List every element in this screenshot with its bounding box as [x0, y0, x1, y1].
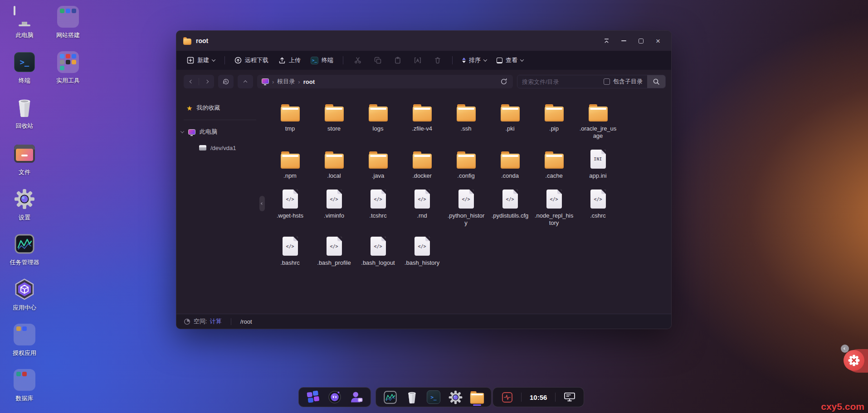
desktop-icon-this-pc[interactable]: 此电脑: [5, 5, 44, 39]
file-item[interactable]: </> .tcshrc: [356, 188, 400, 227]
file-item[interactable]: .config: [444, 148, 488, 180]
sidebar-item-this-pc[interactable]: 此电脑: [176, 124, 263, 140]
history-nav-group: [184, 75, 214, 88]
utility-tools-icon: [57, 51, 79, 73]
taskbar-file-manager-button[interactable]: [468, 389, 487, 406]
floating-assist-widget[interactable]: [842, 347, 868, 374]
file-item[interactable]: .cache: [532, 148, 576, 180]
include-subdir-checkbox[interactable]: [604, 78, 610, 85]
sort-button[interactable]: 排序: [458, 53, 491, 67]
sidebar-collapse-handle[interactable]: [259, 196, 265, 211]
file-icon: </>: [590, 188, 606, 209]
rename-button[interactable]: [409, 54, 427, 67]
desktop-icon-website-build[interactable]: 网站搭建: [49, 5, 87, 39]
breadcrumb-item[interactable]: 根目录: [277, 78, 295, 86]
desktop-icon-settings[interactable]: 设置: [5, 188, 44, 222]
back-button[interactable]: [184, 75, 199, 88]
taskbar-terminal-button[interactable]: >_: [424, 389, 443, 406]
file-item[interactable]: </> .node_repl_history: [532, 188, 576, 227]
desktop-icon-terminal[interactable]: >_ 终端: [5, 51, 44, 85]
taskbar-settings-button[interactable]: [446, 389, 465, 406]
assist-collapse-badge[interactable]: [841, 345, 849, 353]
window-controls: ×: [600, 34, 665, 47]
file-item[interactable]: .java: [356, 148, 400, 180]
sort-icon: [462, 58, 466, 63]
file-item[interactable]: </> .bash_history: [400, 235, 444, 267]
sidebar-item-favorites[interactable]: ★ 我的收藏: [176, 100, 263, 116]
upload-button[interactable]: 上传: [274, 53, 305, 67]
file-item[interactable]: .oracle_jre_usage: [576, 101, 620, 140]
file-name: .pydistutils.cfg: [492, 212, 529, 219]
refresh-button[interactable]: [499, 77, 508, 86]
search-input[interactable]: [517, 78, 604, 85]
new-button[interactable]: 新建: [183, 53, 219, 67]
file-item[interactable]: .pip: [532, 101, 576, 140]
paste-button[interactable]: [389, 54, 407, 67]
assist-button[interactable]: [844, 350, 864, 371]
desktop-icon-utility-tools[interactable]: 实用工具: [49, 51, 87, 85]
history-button[interactable]: [218, 75, 234, 88]
file-item[interactable]: .zfile-v4: [400, 101, 444, 140]
taskbar-recycle-bin-button[interactable]: [402, 389, 421, 406]
view-button[interactable]: 查看: [493, 53, 527, 67]
file-item[interactable]: .ssh: [444, 101, 488, 140]
file-item[interactable]: </> .pydistutils.cfg: [488, 188, 532, 227]
breadcrumb: ›根目录›root: [257, 75, 513, 88]
minimize-button[interactable]: [617, 34, 630, 47]
taskbar-monitor-button[interactable]: [497, 389, 517, 406]
file-item[interactable]: </> .rnd: [400, 188, 444, 227]
file-item[interactable]: tmp: [268, 101, 312, 140]
file-item[interactable]: .local: [312, 148, 356, 180]
desktop-icon-licensed-apps[interactable]: 授权应用: [5, 323, 44, 357]
file-name: .java: [372, 172, 384, 180]
taskbar-devices-button[interactable]: [560, 389, 579, 406]
taskbar-user-button[interactable]: [347, 389, 366, 406]
taskbar-assistant-button[interactable]: [325, 389, 344, 406]
file-item[interactable]: </> .python_history: [444, 188, 488, 227]
file-item[interactable]: .conda: [488, 148, 532, 180]
file-manager-icon: [467, 388, 487, 406]
terminal-button[interactable]: >_ 终端: [307, 53, 337, 67]
file-name: tmp: [285, 125, 295, 132]
desktop-icon-recycle-bin[interactable]: 回收站: [5, 96, 44, 130]
maximize-button[interactable]: [634, 34, 648, 47]
remote-download-button[interactable]: 远程下载: [230, 53, 273, 67]
file-item[interactable]: store: [312, 101, 356, 140]
copy-button[interactable]: [369, 54, 387, 67]
cut-button[interactable]: [349, 54, 367, 67]
file-item[interactable]: </> .bash_profile: [312, 235, 356, 267]
taskbar-launcher-button[interactable]: [303, 389, 322, 406]
desktop-icon-label: 授权应用: [13, 349, 36, 357]
folder-icon: [456, 101, 476, 121]
close-button[interactable]: ×: [651, 34, 665, 47]
desktop-icon-files[interactable]: 文件: [5, 142, 44, 176]
collapse-button[interactable]: [600, 34, 613, 47]
up-directory-button[interactable]: [238, 75, 253, 88]
breadcrumb-item[interactable]: root: [303, 78, 315, 85]
file-item[interactable]: </> .wget-hsts: [268, 188, 312, 227]
file-item[interactable]: logs: [356, 101, 400, 140]
file-item[interactable]: </> .cshrc: [576, 188, 620, 227]
file-item[interactable]: </> .bashrc: [268, 235, 312, 267]
file-item[interactable]: INI app.ini: [576, 148, 620, 180]
desktop-icon-label: 设置: [19, 214, 30, 222]
file-item[interactable]: </> .viminfo: [312, 188, 356, 227]
sidebar-item-disk[interactable]: /dev/vda1: [176, 140, 263, 155]
file-item[interactable]: .pki: [488, 101, 532, 140]
compute-space-link[interactable]: 计算: [210, 317, 222, 326]
desktop-icon-database[interactable]: 数据库: [5, 369, 44, 403]
delete-button[interactable]: [429, 54, 447, 67]
desktop-icon-task-manager[interactable]: 任务管理器: [5, 233, 44, 267]
taskbar-task-manager-button[interactable]: [380, 389, 400, 406]
file-icon: INI: [590, 148, 606, 169]
file-item[interactable]: .docker: [400, 148, 444, 180]
forward-button[interactable]: [199, 75, 214, 88]
window-titlebar[interactable]: root ×: [176, 31, 671, 51]
desktop-icon-app-center[interactable]: 应用中心: [5, 278, 44, 312]
file-icon: </>: [327, 235, 342, 256]
search-button[interactable]: [647, 75, 665, 88]
taskbar-clock[interactable]: 10:56: [526, 394, 551, 401]
file-item[interactable]: </> .bash_logout: [356, 235, 400, 267]
file-manager-window: root × 新建 远程下载 上传>_ 终端 排序 查看: [176, 30, 672, 329]
file-item[interactable]: .npm: [268, 148, 312, 180]
